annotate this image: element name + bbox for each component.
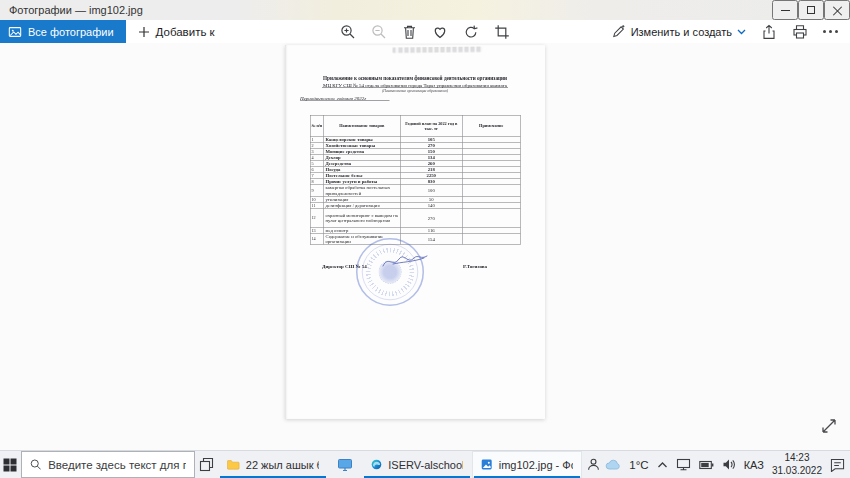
expand-icon	[820, 417, 838, 435]
tray-overflow-button[interactable]	[657, 461, 668, 469]
weather-button[interactable]	[605, 459, 621, 470]
edit-create-icon	[611, 24, 626, 39]
temperature-label[interactable]: 1°C	[629, 459, 648, 471]
plan-table: № п/п Наименование товаров Годовой план …	[310, 115, 521, 245]
col-header-note: Примечание	[462, 115, 520, 136]
chevron-up-icon	[657, 461, 668, 469]
tray-date: 31.03.2022	[772, 465, 822, 478]
action-center-button[interactable]	[830, 458, 845, 472]
edge-icon	[371, 457, 382, 472]
cloud-icon	[605, 459, 621, 470]
toolbar-center-icons	[340, 20, 510, 43]
toolbar-right-icons: Изменить и создать	[611, 20, 850, 43]
search-input[interactable]	[48, 459, 186, 471]
taskbar-item-computer[interactable]	[328, 451, 362, 478]
crop-icon	[494, 24, 510, 40]
ellipsis-icon	[823, 30, 838, 33]
taskbar-item-photos[interactable]: img102.jpg - Фото...	[472, 451, 582, 478]
col-header-plan: Годовой план на 2022 год в тыс. тг	[400, 115, 462, 136]
language-button[interactable]: КАЗ	[744, 459, 764, 471]
taskbar-item-folder[interactable]: 22 жыл ашык бю...	[218, 451, 328, 478]
table-header-row: № п/п Наименование товаров Годовой план …	[310, 115, 520, 136]
clock-button[interactable]: 14:23 31.03.2022	[772, 452, 822, 477]
maximize-button[interactable]	[798, 0, 824, 20]
rotate-button[interactable]	[463, 24, 479, 40]
windows-logo-icon	[3, 458, 17, 472]
delete-button[interactable]	[402, 24, 417, 40]
system-tray: 1°C КАЗ 14:23 31.03.2022	[605, 451, 850, 478]
share-icon	[761, 24, 777, 40]
director-name: Р.Тогизова	[463, 263, 487, 269]
fullscreen-button[interactable]	[820, 417, 838, 438]
taskbar-item-label: 22 жыл ашык бю...	[246, 459, 320, 471]
folder-icon	[227, 458, 239, 471]
close-button[interactable]	[824, 0, 850, 20]
col-header-num: № п/п	[310, 115, 323, 136]
print-icon	[792, 24, 808, 40]
plus-icon	[138, 26, 150, 38]
table-row: 12 охранный мониторинг с выводом на пуль…	[310, 208, 520, 227]
rotate-icon	[463, 24, 479, 40]
taskbar-item-edge[interactable]: ISERV-alschool.kz ...	[362, 451, 472, 478]
round-stamp	[356, 238, 424, 306]
volume-button[interactable]	[722, 458, 736, 471]
network-button[interactable]	[676, 458, 691, 471]
zoom-in-icon	[340, 24, 356, 40]
table-row: 9 камерная обработка постельных принадле…	[310, 184, 520, 196]
start-button[interactable]	[0, 451, 21, 478]
col-header-name: Наименование товаров	[323, 115, 400, 136]
screen: Фотографии — img102.jpg Все фотографии Д…	[0, 0, 850, 478]
trash-icon	[402, 24, 417, 40]
task-view-button[interactable]	[195, 451, 218, 478]
minimize-button[interactable]	[772, 0, 798, 20]
photo-icon	[8, 25, 22, 39]
scan-artifact	[392, 47, 482, 53]
more-button[interactable]	[823, 30, 838, 33]
maximize-icon	[807, 6, 815, 14]
minimize-icon	[781, 10, 790, 11]
speaker-icon	[722, 458, 736, 471]
taskbar: 22 жыл ашык бю... ISERV-alschool.kz ... …	[0, 450, 850, 478]
crop-button[interactable]	[494, 24, 510, 40]
chevron-down-icon	[737, 29, 746, 35]
organization-caption: (Наименование организации образования)	[285, 89, 545, 94]
edit-create-label: Изменить и создать	[631, 26, 732, 38]
add-to-button[interactable]: Добавить к	[126, 20, 227, 43]
all-photos-button[interactable]: Все фотографии	[0, 20, 126, 43]
titlebar: Фотографии — img102.jpg	[0, 0, 850, 20]
all-photos-label: Все фотографии	[28, 26, 114, 38]
share-button[interactable]	[761, 24, 777, 40]
zoom-out-icon	[371, 24, 387, 40]
window-title: Фотографии — img102.jpg	[0, 4, 143, 16]
taskbar-item-label: img102.jpg - Фото...	[499, 459, 574, 471]
task-view-icon	[199, 457, 214, 472]
action-center-icon	[830, 458, 845, 472]
window-controls	[772, 0, 850, 20]
zoom-out-button[interactable]	[371, 24, 387, 40]
taskbar-item-label: ISERV-alschool.kz ...	[388, 459, 463, 471]
scanned-document: Приложение к основным показателям финанс…	[285, 45, 545, 419]
heart-icon	[432, 24, 448, 39]
favorite-button[interactable]	[432, 24, 448, 39]
taskbar-search[interactable]	[21, 451, 196, 478]
network-icon	[676, 458, 691, 471]
table-row: 14 Содержание и обслуживание организации…	[310, 233, 520, 244]
close-icon	[833, 6, 842, 15]
battery-button[interactable]	[699, 460, 714, 470]
people-icon	[586, 457, 601, 472]
document-title: Приложение к основным показателям финанс…	[285, 75, 545, 81]
people-button[interactable]	[582, 451, 605, 478]
photo-viewer: Приложение к основным показателям финанс…	[0, 43, 850, 450]
tray-time: 14:23	[772, 452, 822, 465]
document-page: Приложение к основным показателям финанс…	[285, 45, 545, 419]
edit-create-button[interactable]: Изменить и создать	[611, 24, 746, 39]
photos-app-icon	[481, 457, 492, 472]
monitor-icon	[337, 458, 353, 472]
print-button[interactable]	[792, 24, 808, 40]
photos-toolbar: Все фотографии Добавить к Изменить и соз…	[0, 20, 850, 43]
organization-line: МЦ КГУ СШ № 54 отдела образования города…	[285, 82, 545, 88]
search-icon	[30, 458, 41, 471]
periodicity-line: Периодичность: годовая 2022г	[300, 95, 389, 101]
battery-icon	[699, 460, 714, 470]
zoom-in-button[interactable]	[340, 24, 356, 40]
